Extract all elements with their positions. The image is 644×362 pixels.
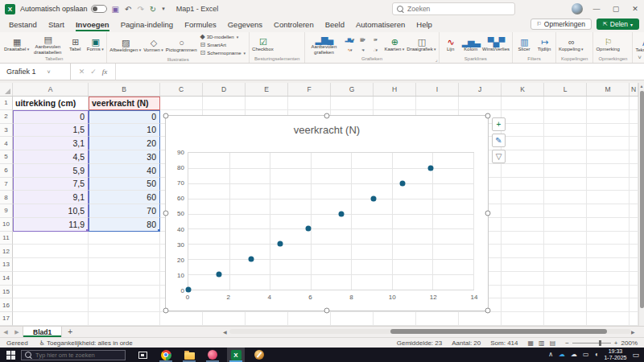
ribbon-item-winst-verlies[interactable]: ▀▄▀Winst/verlies (481, 37, 510, 52)
vertical-scrollbar-thumb[interactable] (640, 91, 644, 308)
ribbon-item-koppeling[interactable]: ∞Koppeling ▾ (558, 37, 584, 52)
cell-K15[interactable] (502, 286, 544, 299)
ribbon-item-forms[interactable]: ▣Forms ▾ (85, 37, 105, 52)
row-header-4[interactable]: 4 (0, 137, 13, 150)
cell-M5[interactable] (587, 150, 630, 164)
cell-L16[interactable] (544, 298, 587, 312)
cell-N3[interactable] (630, 124, 638, 138)
data-point[interactable] (371, 195, 377, 201)
chart-resize-handle[interactable] (324, 113, 330, 119)
row-header-8[interactable]: 8 (0, 191, 13, 204)
cell-M15[interactable] (587, 286, 630, 299)
row-header-13[interactable]: 13 (0, 258, 13, 272)
ribbon-item-smartart[interactable]: ⊟SmartArt (200, 42, 246, 48)
cell-K16[interactable] (502, 298, 544, 312)
ribbon-item-slicer[interactable]: ▥Slicer (514, 37, 534, 52)
comments-button[interactable]: ⚐ Opmerkingen (530, 19, 592, 30)
cell-M3[interactable] (587, 124, 630, 138)
cell-G1[interactable] (331, 97, 374, 110)
cell-K13[interactable] (502, 258, 544, 272)
cell-A8[interactable]: 9,1 (13, 191, 89, 204)
cell-F1[interactable] (288, 97, 331, 110)
collapse-ribbon-icon[interactable]: ˅ (638, 54, 642, 61)
data-point[interactable] (399, 180, 405, 186)
row-header-10[interactable]: 10 (0, 218, 13, 232)
zoom-level[interactable]: 200% (621, 339, 638, 347)
cell-A9[interactable]: 10,5 (13, 204, 89, 218)
column-header-L[interactable]: L (544, 83, 587, 96)
cell-B3[interactable]: 10 (89, 124, 160, 138)
chart-filters-icon[interactable]: ▽ (492, 150, 506, 163)
chart-resize-handle[interactable] (163, 308, 169, 314)
cell-K17[interactable] (502, 312, 544, 326)
cloud-icon[interactable]: ☁ (571, 351, 577, 359)
user-avatar[interactable] (572, 3, 583, 14)
cell-E17[interactable] (246, 312, 288, 326)
cell-C1[interactable] (160, 97, 203, 110)
cell-B11[interactable] (89, 232, 160, 245)
pie-chart-icon[interactable]: ◔▾ (356, 45, 368, 55)
cell-G17[interactable] (331, 312, 374, 326)
cell-H1[interactable] (374, 97, 416, 110)
ribbon-item-checkbox[interactable]: ☑Checkbox (251, 37, 275, 52)
data-point[interactable] (306, 226, 312, 232)
waterfall-chart-icon[interactable]: ≡▾ (369, 35, 381, 44)
column-header-K[interactable]: K (502, 83, 544, 96)
cell-I17[interactable] (416, 312, 459, 326)
cell-K9[interactable] (502, 204, 544, 218)
cell-A14[interactable] (13, 272, 89, 286)
cell-B12[interactable] (89, 245, 160, 258)
column-header-C[interactable]: C (160, 83, 203, 96)
page-layout-view-icon[interactable]: ▥ (539, 339, 545, 347)
cell-N9[interactable] (630, 204, 638, 218)
cell-B6[interactable]: 40 (89, 164, 160, 178)
accessibility-status[interactable]: ♿ Toegankelijkheid: alles in orde (39, 339, 133, 347)
taskbar-app-paint3d[interactable] (204, 348, 221, 362)
cell-N6[interactable] (630, 164, 638, 178)
cell-B8[interactable]: 60 (89, 191, 160, 204)
cell-B14[interactable] (89, 272, 160, 286)
cell-F17[interactable] (288, 312, 331, 326)
chart-resize-handle[interactable] (485, 211, 491, 216)
menu-tab-beeld[interactable]: Beeld (320, 19, 350, 31)
horizontal-scrollbar[interactable]: ◀ ▶ (223, 328, 638, 335)
cell-N17[interactable] (630, 312, 638, 326)
ribbon-item-lijn[interactable]: ∿Lijn (441, 37, 460, 52)
data-point[interactable] (277, 241, 283, 247)
cell-A1[interactable]: uitrekking (cm) (13, 97, 89, 110)
cell-N10[interactable] (630, 218, 638, 232)
column-header-I[interactable]: I (416, 83, 459, 96)
display-icon[interactable]: ▭ (583, 351, 589, 359)
add-sheet-button[interactable]: + (62, 327, 78, 337)
autosave-toggle[interactable] (91, 5, 107, 13)
horizontal-scrollbar-track[interactable] (229, 329, 631, 334)
cell-K6[interactable] (502, 164, 544, 178)
cell-B1[interactable]: veerkracht (N) (89, 97, 160, 110)
taskbar-search-input[interactable] (35, 352, 122, 359)
vertical-scrollbar[interactable]: ▲ (638, 83, 644, 326)
cell-B2[interactable]: 0 (89, 110, 160, 124)
ribbon-item-kolom[interactable]: ▂▅▃Kolom (461, 37, 481, 52)
scroll-right-icon[interactable]: ▶ (631, 329, 638, 335)
taskbar-app-file-explorer[interactable] (180, 348, 198, 362)
ribbon-item-kaarten[interactable]: ⊕Kaarten ▾ (383, 37, 405, 52)
chart-resize-handle[interactable] (163, 113, 169, 119)
ribbon-item-schermopname[interactable]: ⊡Schermopname▾ (200, 50, 246, 56)
cell-A4[interactable]: 3,1 (13, 137, 89, 150)
taskbar-app-compass-app[interactable] (250, 348, 268, 362)
ribbon-item-aanbevolen-draaitabellen[interactable]: ▤Aanbevolen draaitabellen (31, 35, 64, 56)
horizontal-scrollbar-thumb[interactable] (390, 329, 607, 334)
cell-K5[interactable] (502, 150, 544, 164)
data-point[interactable] (338, 211, 344, 216)
cell-L2[interactable] (544, 110, 587, 124)
search-box[interactable] (392, 2, 515, 15)
maximize-button[interactable]: ▢ (610, 5, 621, 13)
cell-N1[interactable] (630, 97, 638, 110)
cell-B17[interactable] (89, 312, 160, 326)
ribbon-item-pictogrammen[interactable]: ○Pictogrammen (165, 38, 198, 53)
menu-tab-start[interactable]: Start (43, 19, 70, 31)
insert-function-icon[interactable]: fx (102, 68, 108, 76)
cell-L1[interactable] (544, 97, 587, 110)
row-header-12[interactable]: 12 (0, 245, 13, 258)
cell-L8[interactable] (544, 191, 587, 204)
